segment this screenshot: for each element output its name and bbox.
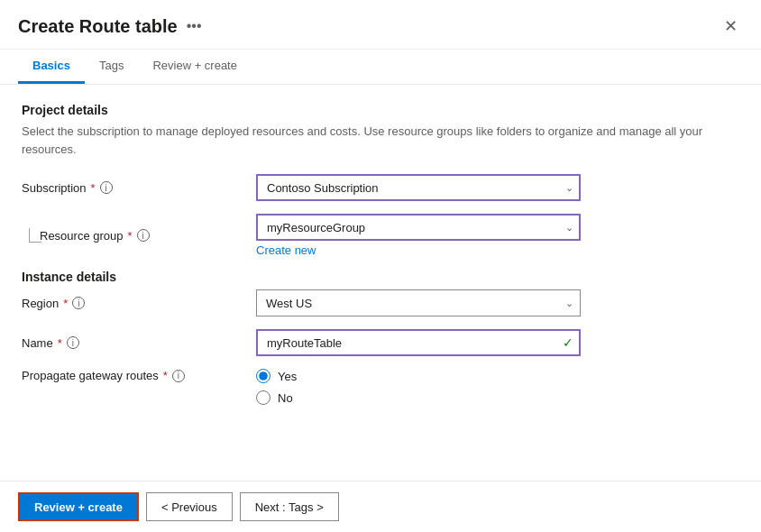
region-label-cell: Region * i: [22, 297, 256, 310]
propagate-gateway-routes-row: Propagate gateway routes * i Yes No: [22, 369, 739, 405]
previous-button[interactable]: < Previous: [146, 492, 233, 521]
propagate-info-icon[interactable]: i: [172, 370, 185, 382]
propagate-yes-label: Yes: [278, 370, 297, 383]
propagate-label-cell: Propagate gateway routes * i: [22, 369, 256, 382]
propagate-yes-option[interactable]: Yes: [256, 369, 739, 383]
next-button[interactable]: Next : Tags >: [240, 492, 339, 521]
subscription-control: Contoso Subscription ⌄: [256, 174, 739, 201]
subscription-select-wrapper: Contoso Subscription ⌄: [256, 174, 581, 201]
resource-group-select[interactable]: myResourceGroup: [256, 214, 581, 241]
panel-header: Create Route table ••• ✕: [0, 0, 761, 50]
instance-details-title: Instance details: [22, 270, 739, 284]
resource-group-control: myResourceGroup ⌄ Create new: [256, 214, 739, 257]
subscription-label-cell: Subscription * i: [22, 181, 256, 195]
subscription-row: Subscription * i Contoso Subscription ⌄: [22, 174, 739, 201]
project-details-title: Project details: [22, 103, 739, 117]
subscription-info-icon[interactable]: i: [100, 181, 113, 194]
region-info-icon[interactable]: i: [72, 297, 85, 309]
form-content: Project details Select the subscription …: [0, 85, 761, 481]
propagate-yes-radio[interactable]: [256, 369, 270, 383]
close-button[interactable]: ✕: [719, 14, 743, 38]
name-required: *: [58, 336, 62, 350]
propagate-radio-group: Yes No: [256, 369, 739, 405]
resource-group-label-cell: Resource group * i: [40, 229, 256, 243]
name-check-icon: ✓: [563, 335, 573, 350]
resource-group-info-icon[interactable]: i: [137, 229, 150, 242]
create-new-resource-group-link[interactable]: Create new: [256, 243, 739, 257]
tab-tags[interactable]: Tags: [85, 50, 138, 84]
subscription-select[interactable]: Contoso Subscription: [256, 174, 581, 201]
name-input[interactable]: [256, 329, 581, 356]
propagate-required: *: [163, 369, 168, 382]
resource-group-row: Resource group * i myResourceGroup ⌄ Cre…: [22, 214, 739, 257]
propagate-no-radio[interactable]: [256, 390, 270, 405]
resource-group-label: Resource group: [40, 229, 124, 243]
tab-review-create[interactable]: Review + create: [138, 50, 252, 84]
propagate-control: Yes No: [256, 369, 739, 405]
footer: Review + create < Previous Next : Tags >: [0, 481, 761, 532]
resource-group-select-wrapper: myResourceGroup ⌄: [256, 214, 581, 241]
region-required: *: [63, 297, 68, 310]
name-info-icon[interactable]: i: [67, 336, 79, 349]
name-label-cell: Name * i: [22, 336, 256, 350]
name-control: ✓: [256, 329, 739, 356]
name-label: Name: [22, 336, 53, 350]
panel-title: Create Route table: [18, 16, 178, 37]
name-row: Name * i ✓: [22, 329, 739, 356]
propagate-no-label: No: [278, 391, 293, 405]
create-route-table-panel: Create Route table ••• ✕ Basics Tags Rev…: [0, 0, 761, 532]
instance-details-section: Instance details: [22, 270, 739, 284]
propagate-label: Propagate gateway routes: [22, 369, 159, 382]
region-row: Region * i West US ⌄: [22, 289, 739, 316]
review-create-button[interactable]: Review + create: [18, 492, 139, 521]
name-input-wrapper: ✓: [256, 329, 581, 356]
tab-bar: Basics Tags Review + create: [0, 50, 761, 85]
project-details-desc: Select the subscription to manage deploy…: [22, 123, 739, 158]
subscription-required: *: [91, 181, 96, 195]
subscription-label: Subscription: [22, 181, 87, 195]
region-select[interactable]: West US: [256, 289, 581, 316]
region-select-wrapper: West US ⌄: [256, 289, 581, 316]
tab-basics[interactable]: Basics: [18, 50, 85, 84]
indent-spacer: [22, 228, 40, 243]
resource-group-required: *: [128, 229, 133, 243]
region-label: Region: [22, 297, 59, 310]
propagate-no-option[interactable]: No: [256, 390, 739, 405]
more-options-icon[interactable]: •••: [187, 18, 202, 34]
region-control: West US ⌄: [256, 289, 739, 316]
panel-title-row: Create Route table •••: [18, 16, 202, 37]
